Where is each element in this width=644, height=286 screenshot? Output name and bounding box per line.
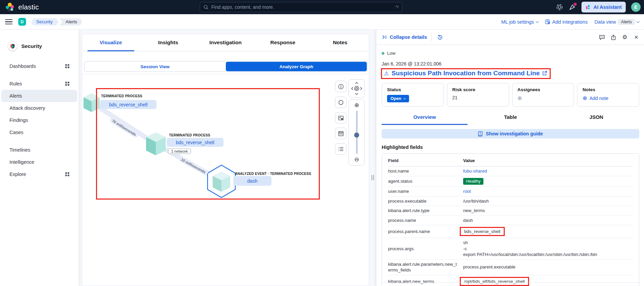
sidebar-item-attack-discovery[interactable]: Attack discovery xyxy=(1,102,77,114)
node-name-button[interactable]: bds_reverse_shell xyxy=(167,138,223,147)
tab-insights[interactable]: Insights xyxy=(140,34,197,51)
node-network-badge[interactable]: 1 network xyxy=(168,149,191,154)
panel-resize-handle[interactable] xyxy=(372,175,374,180)
security-logo-icon xyxy=(8,42,17,51)
zoom-control: ⊕ ⊖ xyxy=(349,99,365,165)
table-row: kibana.alert.new_terms /opt/bds_elf/bds_… xyxy=(388,275,633,286)
breadcrumb-security[interactable]: Security xyxy=(31,18,59,26)
sidebar-item-alerts[interactable]: Alerts xyxy=(1,90,77,102)
newsfeed-icon[interactable] xyxy=(569,3,576,11)
event-list-button[interactable] xyxy=(335,143,347,155)
status-open-dropdown[interactable]: Open xyxy=(387,95,409,102)
alert-history-icon[interactable] xyxy=(436,33,444,41)
risk-score-card: Risk score 21 xyxy=(447,83,509,107)
date-picker-button[interactable] xyxy=(335,128,347,139)
ml-job-settings-link[interactable]: ML job settings xyxy=(501,19,539,25)
tab-response[interactable]: Response xyxy=(254,34,312,51)
menu-icon[interactable] xyxy=(5,19,13,25)
analyzer-graph-canvas[interactable]: 70 milliseconds 10 milliseconds TERMINAT… xyxy=(82,74,369,286)
space-badge[interactable]: D xyxy=(18,18,26,26)
gear-icon[interactable]: ⚙ xyxy=(621,33,628,41)
warning-icon: ⚠ xyxy=(384,70,389,77)
node-legend-button[interactable] xyxy=(335,81,347,92)
show-investigation-guide-button[interactable]: Show investigation guide xyxy=(382,129,639,138)
severity-indicator: Low xyxy=(382,51,396,56)
session-view-button[interactable]: Session View xyxy=(85,61,225,72)
sidebar-item-dashboards[interactable]: Dashboards xyxy=(1,60,77,72)
chevron-down-icon xyxy=(637,20,640,23)
assignees-card: Assignees ⊕ xyxy=(512,83,574,107)
table-row: process.parent.name bds_reverse_shell xyxy=(388,225,633,238)
table-row: process.executable /usr/bin/dash xyxy=(388,197,633,206)
ai-assistant-label: AI Assistant xyxy=(594,4,622,10)
tab-notes[interactable]: Notes xyxy=(311,34,369,51)
collapse-icon xyxy=(382,34,387,40)
global-header: elastic ^/ A xyxy=(0,0,644,14)
tab-investigation[interactable]: Investigation xyxy=(197,34,254,51)
data-view-picker[interactable]: Data view Alerts xyxy=(594,19,639,25)
grid-icon xyxy=(65,64,70,69)
elastic-logo-icon xyxy=(5,2,15,12)
tab-visualize[interactable]: Visualize xyxy=(82,34,140,51)
search-input[interactable] xyxy=(211,4,393,10)
guide-book-icon xyxy=(478,131,483,136)
sidebar-item-intelligence[interactable]: Intelligence xyxy=(1,156,77,168)
sidebar-title: Security xyxy=(21,43,42,49)
close-icon[interactable]: × xyxy=(633,33,640,41)
add-note-button[interactable]: ⊕ Add note xyxy=(582,95,608,101)
agent-status-badge: Healthy xyxy=(463,178,483,185)
share-icon[interactable] xyxy=(610,33,617,41)
global-search[interactable]: ^/ xyxy=(200,2,402,12)
add-integrations-link[interactable]: Add integrations xyxy=(545,19,588,25)
sidebar-item-rules[interactable]: Rules xyxy=(1,78,77,90)
chevron-down-icon xyxy=(403,97,406,99)
ai-assistant-button[interactable]: AI Assistant xyxy=(581,2,626,12)
schema-hexagon-button[interactable] xyxy=(335,97,347,108)
security-sidebar: Security Dashboards Rules Alerts Attack … xyxy=(0,30,78,286)
sidebar-item-timelines[interactable]: Timelines xyxy=(1,144,77,156)
collapse-details-button[interactable]: Collapse details xyxy=(382,34,427,40)
zoom-in-button[interactable]: ⊕ xyxy=(354,102,359,108)
breadcrumb: Security Alerts xyxy=(31,18,82,26)
highlighted-fields-table: Field Value host.name fubu-shared agent.… xyxy=(382,153,639,286)
table-row: host.name fubu-shared xyxy=(388,166,633,176)
notification-dot xyxy=(574,3,577,6)
ai-assistant-icon xyxy=(586,4,591,10)
sidebar-header: Security xyxy=(0,30,78,51)
sidebar-item-cases[interactable]: Cases xyxy=(1,126,77,138)
navigation-bar: D Security Alerts ML job settings Add in… xyxy=(0,14,644,30)
tab-overview[interactable]: Overview xyxy=(382,114,468,125)
chevron-down-icon xyxy=(535,20,539,23)
pan-control[interactable] xyxy=(349,79,365,98)
comment-icon[interactable] xyxy=(598,33,605,41)
zoom-slider-thumb[interactable] xyxy=(354,132,359,137)
node-type-label: TERMINATED PROCESS xyxy=(101,94,142,98)
node-name-button[interactable]: dash xyxy=(233,176,271,186)
sidebar-item-findings[interactable]: Findings xyxy=(1,114,77,126)
search-icon xyxy=(204,5,209,10)
graph-settings-button[interactable] xyxy=(335,112,347,124)
sidebar-item-explore[interactable]: Explore xyxy=(1,168,77,180)
zoom-slider[interactable] xyxy=(356,111,358,154)
breadcrumb-alerts: Alerts xyxy=(59,18,82,26)
host-name-link[interactable]: fubu-shared xyxy=(463,168,487,174)
user-avatar[interactable]: E xyxy=(631,2,641,12)
node-name-button[interactable]: bds_reverse_shell xyxy=(100,100,157,109)
elastic-logo[interactable]: elastic xyxy=(5,2,39,12)
annotation-box-new-terms: /opt/bds_elf/bds_reverse_shell xyxy=(460,277,529,286)
help-icon[interactable] xyxy=(556,3,563,11)
tab-json[interactable]: JSON xyxy=(553,114,639,125)
grid-icon xyxy=(65,172,70,177)
node-type-label: ANALYZED EVENT · TERMINATED PROCESS xyxy=(235,172,311,176)
table-header: Field Value xyxy=(388,155,633,166)
search-shortcut: ^/ xyxy=(396,5,399,9)
analyzer-graph-button[interactable]: Analyzer Graph xyxy=(226,62,367,71)
details-header: Collapse details ⚙ × xyxy=(376,30,644,45)
zoom-out-button[interactable]: ⊖ xyxy=(354,157,359,162)
add-assignee-button[interactable]: ⊕ xyxy=(518,95,522,101)
alert-rule-title-link[interactable]: Suspicious Path Invocation from Command … xyxy=(391,70,540,77)
integrations-icon xyxy=(545,19,550,24)
risk-score-value: 21 xyxy=(452,95,504,100)
tab-table[interactable]: Table xyxy=(468,114,553,125)
user-name-link[interactable]: root xyxy=(463,189,471,194)
